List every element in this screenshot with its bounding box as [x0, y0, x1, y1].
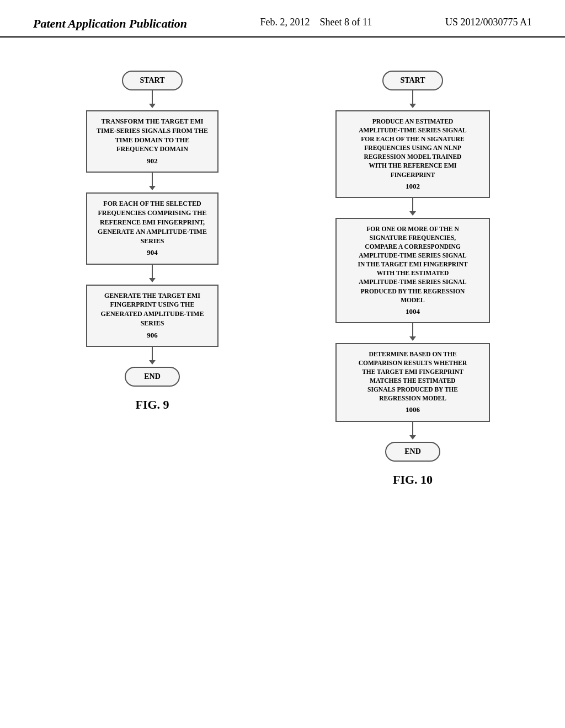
- fig9-906-number: 906: [95, 330, 210, 340]
- fig9-node-902: TRANSFORM THE TARGET EMITIME-SERIES SIGN…: [86, 110, 218, 173]
- fig9-902-text: TRANSFORM THE TARGET EMITIME-SERIES SIGN…: [97, 117, 208, 153]
- fig10-node-1006: DETERMINE BASED ON THECOMPARISON RESULTS…: [335, 343, 490, 422]
- sheet-info: Sheet 8 of 11: [320, 17, 372, 28]
- fig9-node-906: GENERATE THE TARGET EMIFINGERPRINT USING…: [86, 285, 218, 347]
- arrow-fig9-1: [149, 90, 156, 110]
- fig9-904-text: FOR EACH OF THE SELECTEDFREQUENCIES COMP…: [98, 200, 207, 244]
- fig10-end: END: [385, 442, 440, 462]
- fig10-1004-text: FOR ONE OR MORE OF THE NSIGNATURE FREQUE…: [358, 226, 467, 303]
- patent-number: US 2012/0030775 A1: [445, 17, 532, 28]
- publication-title: Patent Application Publication: [33, 17, 187, 31]
- fig10-1002-text: PRODUCE AN ESTIMATEDAMPLITUDE-TIME SERIE…: [359, 118, 467, 178]
- fig10-1002-number: 1002: [344, 181, 481, 191]
- page-header: Patent Application Publication Feb. 2, 2…: [0, 0, 565, 38]
- fig10-1006-number: 1006: [344, 405, 481, 415]
- fig9-start: START: [122, 71, 182, 90]
- arrow-fig9-4: [149, 347, 156, 367]
- arrow-fig10-3: [409, 323, 416, 343]
- fig9-end: END: [125, 367, 180, 387]
- fig10-label: FIG. 10: [393, 473, 433, 487]
- arrow-fig10-2: [409, 198, 416, 218]
- header-center: Feb. 2, 2012 Sheet 8 of 11: [260, 17, 372, 28]
- arrow-fig9-2: [149, 173, 156, 192]
- fig9-node-904: FOR EACH OF THE SELECTEDFREQUENCIES COMP…: [86, 192, 218, 264]
- main-content: START TRANSFORM THE TARGET EMITIME-SERIE…: [0, 38, 565, 498]
- arrow-fig9-3: [149, 265, 156, 285]
- fig9-902-number: 902: [95, 156, 210, 166]
- fig10-flowchart: START PRODUCE AN ESTIMATEDAMPLITUDE-TIME…: [319, 71, 507, 487]
- fig10-node-1004: FOR ONE OR MORE OF THE NSIGNATURE FREQUE…: [335, 218, 490, 323]
- fig10-1004-number: 1004: [344, 307, 481, 317]
- fig10-node-1002: PRODUCE AN ESTIMATEDAMPLITUDE-TIME SERIE…: [335, 110, 490, 198]
- arrow-fig10-4: [409, 422, 416, 442]
- fig9-flowchart: START TRANSFORM THE TARGET EMITIME-SERIE…: [58, 71, 246, 487]
- fig9-904-number: 904: [95, 248, 210, 258]
- fig10-1006-text: DETERMINE BASED ON THECOMPARISON RESULTS…: [359, 351, 467, 402]
- publication-date: Feb. 2, 2012: [260, 17, 310, 28]
- arrow-fig10-1: [409, 90, 416, 110]
- fig9-906-text: GENERATE THE TARGET EMIFINGERPRINT USING…: [101, 292, 204, 327]
- fig10-start: START: [382, 71, 443, 90]
- fig9-label: FIG. 9: [135, 398, 169, 412]
